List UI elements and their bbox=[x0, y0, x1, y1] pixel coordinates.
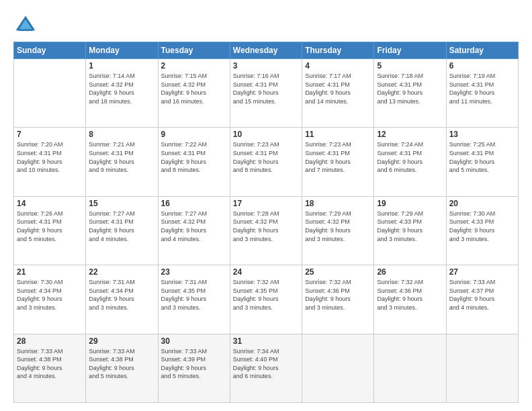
calendar-cell: 12Sunrise: 7:24 AM Sunset: 4:31 PM Dayli… bbox=[374, 128, 446, 196]
day-number: 2 bbox=[161, 61, 227, 71]
day-info: Sunrise: 7:33 AM Sunset: 4:37 PM Dayligh… bbox=[449, 278, 515, 312]
day-info: Sunrise: 7:23 AM Sunset: 4:31 PM Dayligh… bbox=[233, 140, 299, 174]
calendar-cell: 21Sunrise: 7:30 AM Sunset: 4:34 PM Dayli… bbox=[14, 265, 86, 334]
calendar-cell bbox=[302, 334, 374, 402]
day-number: 16 bbox=[161, 199, 227, 208]
calendar-cell: 13Sunrise: 7:25 AM Sunset: 4:31 PM Dayli… bbox=[446, 128, 518, 196]
day-number: 13 bbox=[449, 130, 515, 139]
day-info: Sunrise: 7:28 AM Sunset: 4:32 PM Dayligh… bbox=[233, 210, 299, 243]
calendar-cell: 29Sunrise: 7:33 AM Sunset: 4:38 PM Dayli… bbox=[86, 334, 158, 402]
header bbox=[13, 11, 519, 38]
weekday-header-thursday: Thursday bbox=[302, 42, 374, 59]
calendar-cell: 14Sunrise: 7:26 AM Sunset: 4:31 PM Dayli… bbox=[14, 196, 86, 265]
calendar-cell: 24Sunrise: 7:32 AM Sunset: 4:35 PM Dayli… bbox=[230, 265, 302, 334]
day-info: Sunrise: 7:19 AM Sunset: 4:31 PM Dayligh… bbox=[449, 72, 515, 105]
calendar-cell: 18Sunrise: 7:29 AM Sunset: 4:32 PM Dayli… bbox=[302, 196, 374, 265]
day-info: Sunrise: 7:24 AM Sunset: 4:31 PM Dayligh… bbox=[377, 140, 443, 174]
day-number: 14 bbox=[17, 199, 83, 208]
calendar-cell: 19Sunrise: 7:29 AM Sunset: 4:33 PM Dayli… bbox=[374, 196, 446, 265]
day-number: 19 bbox=[377, 199, 443, 208]
day-info: Sunrise: 7:22 AM Sunset: 4:31 PM Dayligh… bbox=[161, 140, 227, 174]
day-number: 8 bbox=[89, 130, 154, 139]
weekday-header-sunday: Sunday bbox=[14, 42, 86, 59]
calendar-cell: 15Sunrise: 7:27 AM Sunset: 4:31 PM Dayli… bbox=[86, 196, 158, 265]
day-info: Sunrise: 7:32 AM Sunset: 4:36 PM Dayligh… bbox=[377, 278, 443, 312]
day-number: 11 bbox=[305, 130, 371, 139]
calendar-cell: 26Sunrise: 7:32 AM Sunset: 4:36 PM Dayli… bbox=[374, 265, 446, 334]
calendar-cell: 4Sunrise: 7:17 AM Sunset: 4:31 PM Daylig… bbox=[302, 59, 374, 128]
calendar-cell: 7Sunrise: 7:20 AM Sunset: 4:31 PM Daylig… bbox=[14, 128, 86, 196]
calendar-cell: 17Sunrise: 7:28 AM Sunset: 4:32 PM Dayli… bbox=[230, 196, 302, 265]
calendar-cell: 25Sunrise: 7:32 AM Sunset: 4:36 PM Dayli… bbox=[302, 265, 374, 334]
day-number: 23 bbox=[161, 267, 227, 277]
calendar-cell bbox=[374, 334, 446, 402]
day-info: Sunrise: 7:14 AM Sunset: 4:32 PM Dayligh… bbox=[89, 72, 154, 105]
day-number: 24 bbox=[233, 267, 299, 277]
calendar-cell: 6Sunrise: 7:19 AM Sunset: 4:31 PM Daylig… bbox=[446, 59, 518, 128]
day-info: Sunrise: 7:30 AM Sunset: 4:34 PM Dayligh… bbox=[17, 278, 83, 312]
calendar-cell: 1Sunrise: 7:14 AM Sunset: 4:32 PM Daylig… bbox=[86, 59, 158, 128]
day-info: Sunrise: 7:29 AM Sunset: 4:32 PM Dayligh… bbox=[305, 210, 371, 243]
day-number: 26 bbox=[377, 267, 443, 277]
calendar-table: SundayMondayTuesdayWednesdayThursdayFrid… bbox=[13, 42, 519, 403]
calendar-cell bbox=[446, 334, 518, 402]
week-row-4: 21Sunrise: 7:30 AM Sunset: 4:34 PM Dayli… bbox=[14, 265, 519, 334]
day-number: 20 bbox=[449, 199, 515, 208]
calendar-cell: 30Sunrise: 7:33 AM Sunset: 4:39 PM Dayli… bbox=[158, 334, 230, 402]
day-info: Sunrise: 7:31 AM Sunset: 4:35 PM Dayligh… bbox=[161, 278, 227, 312]
calendar-cell: 23Sunrise: 7:31 AM Sunset: 4:35 PM Dayli… bbox=[158, 265, 230, 334]
day-number: 15 bbox=[89, 199, 154, 208]
calendar-cell: 22Sunrise: 7:31 AM Sunset: 4:34 PM Dayli… bbox=[86, 265, 158, 334]
day-number: 17 bbox=[233, 199, 299, 208]
calendar-cell: 8Sunrise: 7:21 AM Sunset: 4:31 PM Daylig… bbox=[86, 128, 158, 196]
day-info: Sunrise: 7:31 AM Sunset: 4:34 PM Dayligh… bbox=[89, 278, 154, 312]
day-info: Sunrise: 7:16 AM Sunset: 4:31 PM Dayligh… bbox=[233, 72, 299, 105]
calendar-cell bbox=[14, 59, 86, 128]
week-row-1: 1Sunrise: 7:14 AM Sunset: 4:32 PM Daylig… bbox=[14, 59, 519, 128]
day-number: 30 bbox=[161, 336, 227, 346]
day-number: 29 bbox=[89, 336, 154, 346]
day-info: Sunrise: 7:26 AM Sunset: 4:31 PM Dayligh… bbox=[17, 210, 83, 243]
day-number: 31 bbox=[233, 336, 299, 346]
day-number: 28 bbox=[17, 336, 83, 346]
day-info: Sunrise: 7:25 AM Sunset: 4:31 PM Dayligh… bbox=[449, 140, 515, 174]
calendar-cell: 9Sunrise: 7:22 AM Sunset: 4:31 PM Daylig… bbox=[158, 128, 230, 196]
calendar-cell: 2Sunrise: 7:15 AM Sunset: 4:32 PM Daylig… bbox=[158, 59, 230, 128]
day-info: Sunrise: 7:15 AM Sunset: 4:32 PM Dayligh… bbox=[161, 72, 227, 105]
day-info: Sunrise: 7:32 AM Sunset: 4:35 PM Dayligh… bbox=[233, 278, 299, 312]
day-info: Sunrise: 7:23 AM Sunset: 4:31 PM Dayligh… bbox=[305, 140, 371, 174]
day-number: 9 bbox=[161, 130, 227, 139]
calendar-cell: 20Sunrise: 7:30 AM Sunset: 4:33 PM Dayli… bbox=[446, 196, 518, 265]
svg-rect-2 bbox=[18, 29, 33, 31]
week-row-3: 14Sunrise: 7:26 AM Sunset: 4:31 PM Dayli… bbox=[14, 196, 519, 265]
weekday-header-tuesday: Tuesday bbox=[158, 42, 230, 59]
day-info: Sunrise: 7:29 AM Sunset: 4:33 PM Dayligh… bbox=[377, 210, 443, 243]
calendar-cell: 31Sunrise: 7:34 AM Sunset: 4:40 PM Dayli… bbox=[230, 334, 302, 402]
day-info: Sunrise: 7:20 AM Sunset: 4:31 PM Dayligh… bbox=[17, 140, 83, 174]
day-info: Sunrise: 7:18 AM Sunset: 4:31 PM Dayligh… bbox=[377, 72, 443, 105]
week-row-2: 7Sunrise: 7:20 AM Sunset: 4:31 PM Daylig… bbox=[14, 128, 519, 196]
day-number: 3 bbox=[233, 61, 299, 71]
calendar-cell: 3Sunrise: 7:16 AM Sunset: 4:31 PM Daylig… bbox=[230, 59, 302, 128]
logo bbox=[13, 13, 40, 38]
calendar-cell: 10Sunrise: 7:23 AM Sunset: 4:31 PM Dayli… bbox=[230, 128, 302, 196]
weekday-header-wednesday: Wednesday bbox=[230, 42, 302, 59]
weekday-header-row: SundayMondayTuesdayWednesdayThursdayFrid… bbox=[14, 42, 519, 59]
week-row-5: 28Sunrise: 7:33 AM Sunset: 4:38 PM Dayli… bbox=[14, 334, 519, 402]
page: SundayMondayTuesdayWednesdayThursdayFrid… bbox=[0, 0, 532, 411]
day-number: 6 bbox=[449, 61, 515, 71]
calendar-cell: 11Sunrise: 7:23 AM Sunset: 4:31 PM Dayli… bbox=[302, 128, 374, 196]
day-info: Sunrise: 7:27 AM Sunset: 4:31 PM Dayligh… bbox=[89, 210, 154, 243]
weekday-header-monday: Monday bbox=[86, 42, 158, 59]
calendar-body: 1Sunrise: 7:14 AM Sunset: 4:32 PM Daylig… bbox=[14, 59, 519, 403]
calendar-cell: 16Sunrise: 7:27 AM Sunset: 4:32 PM Dayli… bbox=[158, 196, 230, 265]
day-info: Sunrise: 7:21 AM Sunset: 4:31 PM Dayligh… bbox=[89, 140, 154, 174]
day-number: 21 bbox=[17, 267, 83, 277]
day-info: Sunrise: 7:32 AM Sunset: 4:36 PM Dayligh… bbox=[305, 278, 371, 312]
day-number: 4 bbox=[305, 61, 371, 71]
day-info: Sunrise: 7:33 AM Sunset: 4:38 PM Dayligh… bbox=[89, 347, 154, 381]
day-info: Sunrise: 7:34 AM Sunset: 4:40 PM Dayligh… bbox=[233, 347, 299, 381]
day-info: Sunrise: 7:33 AM Sunset: 4:38 PM Dayligh… bbox=[17, 347, 83, 381]
day-info: Sunrise: 7:27 AM Sunset: 4:32 PM Dayligh… bbox=[161, 210, 227, 243]
day-number: 25 bbox=[305, 267, 371, 277]
